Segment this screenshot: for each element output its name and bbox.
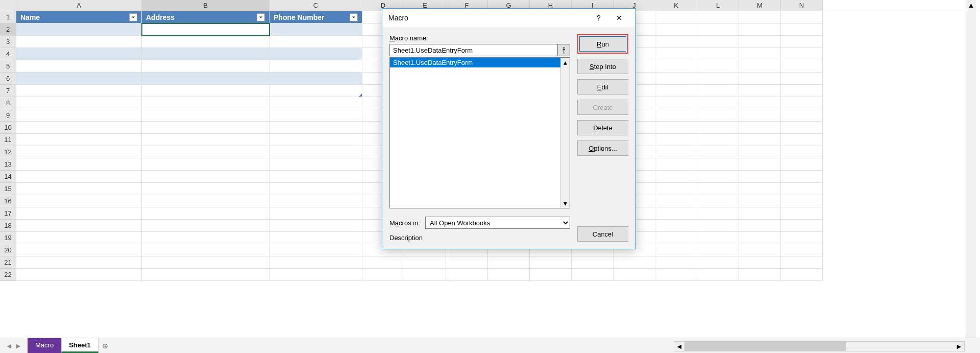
horizontal-scrollbar[interactable]: ◄ ► bbox=[674, 341, 965, 351]
cell[interactable] bbox=[572, 256, 614, 269]
cell[interactable] bbox=[142, 97, 270, 109]
table-header-phone[interactable]: Phone Number bbox=[270, 11, 362, 23]
cell[interactable] bbox=[739, 195, 781, 207]
cell[interactable] bbox=[781, 171, 823, 183]
cell[interactable] bbox=[781, 207, 823, 220]
cell[interactable] bbox=[270, 183, 362, 195]
cell[interactable] bbox=[739, 220, 781, 232]
cell[interactable] bbox=[781, 220, 823, 232]
cell[interactable] bbox=[270, 269, 362, 281]
row-header-22[interactable]: 22 bbox=[0, 269, 16, 281]
scroll-up-icon[interactable]: ▴ bbox=[561, 58, 570, 67]
cell[interactable] bbox=[16, 158, 142, 171]
cell[interactable] bbox=[781, 183, 823, 195]
cell[interactable] bbox=[739, 158, 781, 171]
cell[interactable] bbox=[530, 269, 572, 281]
run-button[interactable]: Run bbox=[579, 36, 626, 52]
row-header-19[interactable]: 19 bbox=[0, 232, 16, 244]
cell[interactable] bbox=[781, 269, 823, 281]
cell[interactable] bbox=[16, 36, 142, 48]
cell[interactable] bbox=[697, 36, 739, 48]
cell[interactable] bbox=[142, 269, 270, 281]
macros-in-select[interactable]: All Open Workbooks bbox=[425, 217, 570, 229]
row-header-14[interactable]: 14 bbox=[0, 171, 16, 183]
row-header-12[interactable]: 12 bbox=[0, 146, 16, 158]
row-header-16[interactable]: 16 bbox=[0, 195, 16, 207]
cell[interactable] bbox=[697, 85, 739, 97]
cell[interactable] bbox=[655, 97, 697, 109]
delete-button[interactable]: Delete bbox=[577, 120, 628, 135]
cell[interactable] bbox=[655, 85, 697, 97]
collapse-dialog-button[interactable]: ⭱ bbox=[558, 44, 570, 56]
row-header-4[interactable]: 4 bbox=[0, 48, 16, 60]
cell[interactable] bbox=[697, 73, 739, 85]
cell[interactable] bbox=[739, 11, 781, 23]
cell[interactable] bbox=[270, 220, 362, 232]
cell-A2[interactable] bbox=[16, 23, 142, 36]
cell[interactable] bbox=[655, 134, 697, 146]
cell[interactable] bbox=[697, 122, 739, 134]
cell[interactable] bbox=[270, 244, 362, 256]
cell[interactable] bbox=[362, 269, 404, 281]
cell[interactable] bbox=[614, 269, 655, 281]
cell[interactable] bbox=[142, 36, 270, 48]
cell[interactable] bbox=[697, 60, 739, 73]
cell[interactable] bbox=[142, 158, 270, 171]
cell[interactable] bbox=[739, 244, 781, 256]
cell[interactable] bbox=[16, 146, 142, 158]
cell[interactable] bbox=[739, 73, 781, 85]
create-button[interactable]: Create bbox=[577, 100, 628, 115]
cell[interactable] bbox=[697, 232, 739, 244]
scroll-up-icon[interactable]: ▲ bbox=[966, 0, 976, 10]
edit-button[interactable]: Edit bbox=[577, 79, 628, 95]
cell[interactable] bbox=[697, 48, 739, 60]
cell[interactable] bbox=[488, 256, 530, 269]
cell[interactable] bbox=[270, 195, 362, 207]
cell[interactable] bbox=[572, 269, 614, 281]
cell[interactable] bbox=[781, 97, 823, 109]
cell[interactable] bbox=[781, 109, 823, 122]
cell[interactable] bbox=[270, 207, 362, 220]
cell[interactable] bbox=[446, 256, 488, 269]
cell-table-end[interactable] bbox=[270, 85, 362, 97]
cell[interactable] bbox=[655, 232, 697, 244]
cell[interactable] bbox=[142, 195, 270, 207]
cell[interactable] bbox=[739, 232, 781, 244]
cell[interactable] bbox=[404, 256, 446, 269]
cell[interactable] bbox=[781, 232, 823, 244]
cell[interactable] bbox=[697, 158, 739, 171]
cell[interactable] bbox=[16, 60, 142, 73]
cell[interactable] bbox=[739, 85, 781, 97]
cell[interactable] bbox=[16, 183, 142, 195]
row-header-9[interactable]: 9 bbox=[0, 109, 16, 122]
cell[interactable] bbox=[270, 158, 362, 171]
row-header-17[interactable]: 17 bbox=[0, 207, 16, 220]
cell[interactable] bbox=[655, 171, 697, 183]
cell[interactable] bbox=[739, 122, 781, 134]
cell[interactable] bbox=[142, 244, 270, 256]
cell[interactable] bbox=[697, 23, 739, 36]
col-header-K[interactable]: K bbox=[655, 0, 697, 11]
cell[interactable] bbox=[142, 220, 270, 232]
row-header-13[interactable]: 13 bbox=[0, 158, 16, 171]
cell[interactable] bbox=[142, 256, 270, 269]
cell[interactable] bbox=[614, 256, 655, 269]
row-header-2[interactable]: 2 bbox=[0, 23, 16, 36]
row-header-7[interactable]: 7 bbox=[0, 85, 16, 97]
cell[interactable] bbox=[655, 183, 697, 195]
row-header-20[interactable]: 20 bbox=[0, 244, 16, 256]
row-header-8[interactable]: 8 bbox=[0, 97, 16, 109]
col-header-C[interactable]: C bbox=[270, 0, 362, 11]
close-button[interactable]: ✕ bbox=[609, 9, 629, 27]
cell[interactable] bbox=[142, 183, 270, 195]
nav-prev-icon[interactable]: ◄ bbox=[5, 342, 13, 350]
sheet-tab-macro[interactable]: Macro bbox=[28, 338, 61, 353]
filter-dropdown-icon[interactable] bbox=[129, 13, 137, 21]
cell[interactable] bbox=[655, 220, 697, 232]
cell[interactable] bbox=[697, 134, 739, 146]
cell[interactable] bbox=[16, 220, 142, 232]
listbox-scrollbar[interactable]: ▴ ▾ bbox=[560, 58, 570, 208]
cell[interactable] bbox=[270, 171, 362, 183]
cell[interactable] bbox=[697, 256, 739, 269]
macro-name-input[interactable] bbox=[389, 44, 558, 56]
